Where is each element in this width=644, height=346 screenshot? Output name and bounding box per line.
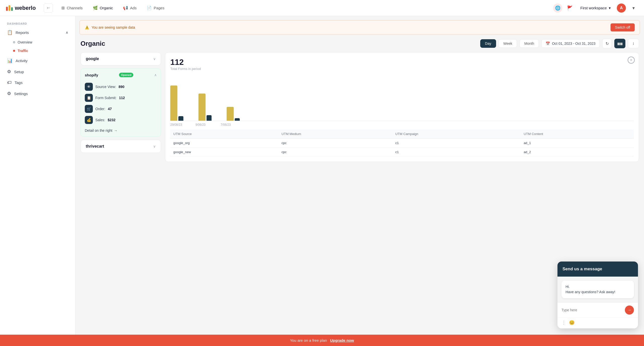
back-button[interactable]: ←: [44, 4, 53, 13]
organic-icon: 🌿: [93, 6, 98, 10]
period-month-button[interactable]: Month: [519, 39, 539, 48]
sidebar-section-label: DASHBOARD: [4, 22, 71, 25]
sidebar-item-reports[interactable]: 📋 Reports ∧: [4, 27, 71, 38]
tab-pages[interactable]: 📄 Pages: [142, 3, 169, 13]
settings-icon: ⚙: [7, 91, 11, 96]
overview-label: Overview: [18, 40, 32, 44]
workspace-selector[interactable]: First workspace ▾: [577, 4, 614, 12]
close-icon: ×: [630, 58, 632, 62]
shopify-name: shopify: [85, 73, 98, 77]
form-submit-metric: 📋 Form Submit: 112: [85, 92, 157, 103]
content-grid: google ∨ shopify Opened ∧ 👁 Source View:…: [75, 52, 644, 167]
sales-icon: 💰: [85, 116, 93, 124]
globe-button[interactable]: 🌐: [553, 4, 562, 13]
bar-yellow-1: [170, 85, 177, 121]
tab-ads-label: Ads: [130, 6, 137, 10]
switch-off-button[interactable]: Switch off: [611, 23, 635, 31]
row2-source: google_new: [170, 148, 278, 157]
avatar[interactable]: A: [617, 4, 626, 13]
detail-link[interactable]: Detail on the right →: [85, 128, 157, 133]
tab-organic[interactable]: 🌿 Organic: [88, 3, 118, 13]
traffic-dot: [13, 50, 15, 52]
sidebar-item-overview[interactable]: Overview: [4, 38, 71, 46]
flag-button[interactable]: 🚩: [565, 4, 574, 13]
chat-message-text: Hi.Have any questions? Ask away!: [566, 285, 615, 294]
sample-banner-message: You are seeing sample data: [92, 25, 135, 29]
sample-data-banner: ⚠️ You are seeing sample data Switch off: [79, 20, 640, 35]
chart-label-3: 7/06/23: [221, 123, 236, 126]
sidebar-item-tags[interactable]: 🏷 Tags: [4, 77, 71, 88]
chart-x-labels: 29/08/23 9/06/23 7/06/23: [170, 123, 634, 126]
chat-message-bubble: Hi.Have any questions? Ask away!: [561, 281, 634, 298]
more-options-icon[interactable]: ⋮: [561, 320, 566, 325]
google-source-name: google: [86, 57, 99, 61]
sidebar-item-settings[interactable]: ⚙ Settings: [4, 88, 71, 99]
logo: weberlo: [6, 5, 36, 11]
date-range-button[interactable]: 📅 Oct 01, 2023 - Oct 31, 2023: [541, 39, 600, 48]
bar-yellow-3: [227, 107, 234, 121]
tab-organic-label: Organic: [100, 6, 113, 10]
refresh-button[interactable]: ↻: [602, 39, 612, 48]
tags-icon: 🏷: [7, 80, 12, 85]
chat-input[interactable]: [561, 308, 625, 312]
thrivecart-source-name: thrivecart: [86, 144, 104, 149]
emoji-icon[interactable]: 😊: [569, 320, 575, 325]
shopify-header: shopify Opened ∧: [85, 73, 157, 77]
table-row: google_new cpc c1 ad_2: [170, 148, 634, 157]
chat-widget: Send us a message Hi.Have any questions?…: [557, 262, 638, 328]
thrivecart-source-header[interactable]: thrivecart ∨: [81, 140, 161, 153]
chart-subtitle: Total Forms in period: [170, 67, 634, 71]
utm-source-header: UTM Source: [170, 129, 278, 139]
account-chevron[interactable]: ▾: [629, 4, 638, 13]
sidebar-item-traffic[interactable]: Traffic: [4, 47, 71, 55]
google-source-header[interactable]: google ∨: [81, 53, 161, 65]
reports-chevron-icon: ∧: [66, 30, 68, 34]
detail-link-text: Detail on the right: [85, 128, 112, 133]
order-value: 47: [108, 107, 112, 111]
chart-total-number: 112: [170, 58, 634, 67]
source-view-icon: 👁: [85, 83, 93, 91]
upgrade-link[interactable]: Upgrade now: [330, 338, 354, 342]
order-label: Order:: [95, 107, 105, 111]
bottom-banner-text: You are on a free plan: [290, 338, 327, 342]
logo-bar-red: [6, 7, 8, 11]
send-icon: →: [627, 308, 631, 312]
warning-icon: ⚠️: [85, 25, 89, 29]
google-chevron-icon: ∨: [153, 57, 156, 61]
workspace-chevron-icon: ▾: [609, 6, 611, 10]
main-layout: DASHBOARD 📋 Reports ∧ Overview Traffic 📊…: [0, 16, 644, 346]
setup-icon: ⚙: [7, 69, 11, 74]
tab-channels[interactable]: ⊞ Channels: [57, 3, 87, 13]
header-controls: Day Week Month 📅 Oct 01, 2023 - Oct 31, …: [480, 39, 639, 48]
row1-campaign: c1: [392, 139, 520, 148]
bar-dark-1: [178, 116, 183, 121]
sidebar-item-setup[interactable]: ⚙ Setup: [4, 66, 71, 77]
google-source-card: google ∨: [80, 52, 161, 65]
bar-chart-icon: ▮▮▮: [617, 42, 623, 46]
logo-text: weberlo: [15, 5, 36, 11]
tab-channels-label: Channels: [67, 6, 83, 10]
close-chart-button[interactable]: ×: [628, 57, 635, 64]
period-week-button[interactable]: Week: [499, 39, 517, 48]
chat-send-button[interactable]: →: [625, 306, 634, 315]
activity-label: Activity: [16, 59, 28, 63]
page-header: Organic Day Week Month 📅 Oct 01, 2023 - …: [75, 39, 644, 52]
chat-body: Hi.Have any questions? Ask away!: [557, 277, 638, 302]
tab-ads[interactable]: 📢 Ads: [118, 3, 141, 13]
sidebar-item-activity[interactable]: 📊 Activity: [4, 55, 71, 66]
line-chart-view-button[interactable]: ⫶: [628, 39, 639, 48]
period-day-button[interactable]: Day: [480, 39, 496, 48]
form-submit-icon: 📋: [85, 94, 93, 102]
bar-group-3: [227, 107, 240, 121]
chart-label-1: 29/08/23: [170, 123, 185, 126]
bottom-banner: You are on a free plan Upgrade now: [0, 335, 644, 346]
bar-chart-view-button[interactable]: ▮▮▮: [614, 39, 625, 48]
sample-banner-text: ⚠️ You are seeing sample data: [85, 25, 135, 29]
traffic-label: Traffic: [18, 49, 28, 53]
row2-campaign: c1: [392, 148, 520, 157]
row1-medium: cpc: [278, 139, 392, 148]
line-chart-icon: ⫶: [633, 42, 634, 46]
utm-content-header: UTM Content: [521, 129, 634, 139]
date-range-text: Oct 01, 2023 - Oct 31, 2023: [552, 41, 595, 46]
bar-chart-bars: [170, 76, 634, 121]
